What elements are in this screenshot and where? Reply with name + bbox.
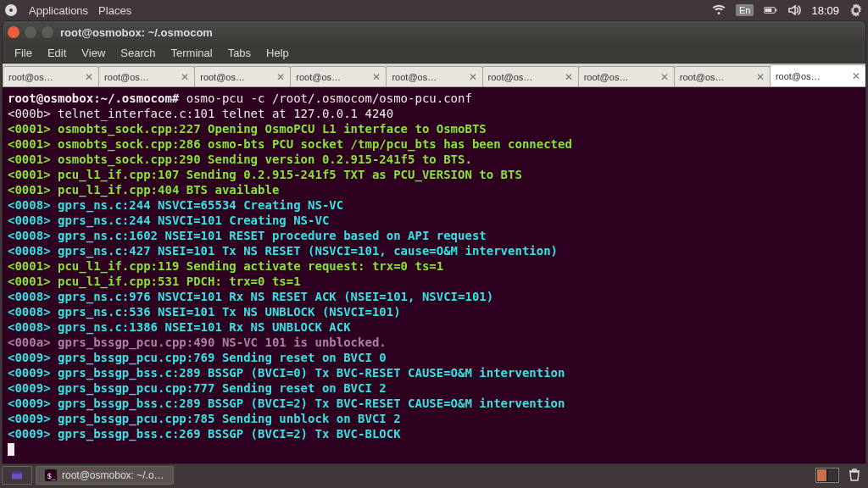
workspace-switcher[interactable] — [815, 468, 839, 483]
menu-help[interactable]: Help — [259, 45, 296, 61]
show-desktop-button[interactable] — [2, 466, 32, 485]
tab-label: root@os… — [104, 72, 149, 82]
clock[interactable]: 18:09 — [811, 4, 839, 17]
tab-label: root@os… — [8, 72, 53, 82]
tab-close-icon[interactable]: ✕ — [181, 71, 189, 83]
tab-label: root@os… — [296, 72, 341, 82]
terminal-window: root@osmobox: ~/.osmocom File Edit View … — [2, 20, 866, 464]
terminal-tab[interactable]: root@os…✕ — [98, 66, 195, 86]
settings-gear-icon[interactable] — [849, 3, 863, 17]
svg-text:$_: $_ — [47, 472, 56, 480]
volume-icon[interactable] — [787, 3, 801, 17]
svg-rect-2 — [776, 9, 776, 12]
window-maximize-button[interactable] — [42, 26, 53, 38]
tab-close-icon[interactable]: ✕ — [756, 71, 765, 83]
tab-close-icon[interactable]: ✕ — [565, 71, 573, 83]
terminal-tab[interactable]: root@os…✕ — [3, 66, 99, 86]
tab-label: root@os… — [680, 72, 725, 82]
tab-label: root@os… — [200, 72, 245, 82]
wifi-icon[interactable] — [712, 3, 726, 17]
places-menu[interactable]: Places — [95, 4, 135, 17]
tab-label: root@os… — [584, 72, 629, 82]
keyboard-layout-indicator[interactable]: En — [736, 4, 754, 16]
ubuntu-logo-icon — [5, 4, 17, 16]
svg-rect-4 — [12, 472, 22, 474]
terminal-tab[interactable]: root@os…✕ — [194, 66, 291, 86]
menu-terminal[interactable]: Terminal — [164, 45, 220, 61]
terminal-tab[interactable]: root@os…✕ — [386, 66, 482, 86]
terminal-tab[interactable]: root@os…✕ — [674, 66, 771, 86]
terminal-tab[interactable]: root@os…✕ — [770, 64, 866, 86]
svg-rect-1 — [765, 8, 772, 12]
tab-label: root@os… — [392, 72, 437, 82]
window-titlebar[interactable]: root@osmobox: ~/.osmocom — [3, 21, 865, 43]
tab-close-icon[interactable]: ✕ — [85, 71, 93, 83]
taskbar-entry-label: root@osmobox: ~/.o… — [62, 469, 164, 481]
tab-label: root@os… — [488, 72, 533, 82]
terminal-cursor — [8, 443, 14, 456]
terminal-tab[interactable]: root@os…✕ — [578, 66, 675, 86]
applications-menu[interactable]: Applications — [25, 4, 92, 17]
menu-search[interactable]: Search — [114, 45, 162, 61]
menu-edit[interactable]: Edit — [41, 45, 73, 61]
window-title: root@osmobox: ~/.osmocom — [60, 26, 213, 39]
tab-close-icon[interactable]: ✕ — [276, 71, 285, 83]
terminal-tab-bar: root@os…✕root@os…✕root@os…✕root@os…✕root… — [3, 64, 865, 87]
menu-file[interactable]: File — [8, 45, 39, 61]
window-close-button[interactable] — [8, 26, 19, 38]
tab-close-icon[interactable]: ✕ — [660, 71, 669, 83]
menu-view[interactable]: View — [75, 45, 112, 61]
terminal-tab[interactable]: root@os…✕ — [482, 66, 579, 86]
terminal-tab[interactable]: root@os…✕ — [290, 66, 387, 86]
gnome-top-panel: Applications Places En 18:09 — [0, 0, 868, 20]
taskbar-entry-terminal[interactable]: $_ root@osmobox: ~/.o… — [36, 466, 174, 485]
tab-close-icon[interactable]: ✕ — [852, 70, 860, 82]
battery-icon[interactable] — [764, 3, 777, 17]
tab-close-icon[interactable]: ✕ — [469, 71, 477, 83]
menu-tabs[interactable]: Tabs — [221, 45, 258, 61]
tab-close-icon[interactable]: ✕ — [372, 71, 381, 83]
window-minimize-button[interactable] — [25, 26, 36, 38]
trash-icon[interactable] — [848, 469, 861, 482]
tab-label: root@os… — [776, 71, 821, 81]
app-menubar: File Edit View Search Terminal Tabs Help — [3, 43, 865, 64]
terminal-viewport[interactable]: root@osmobox:~/.osmocom# osmo-pcu -c /ro… — [3, 87, 865, 463]
gnome-bottom-panel: $_ root@osmobox: ~/.o… — [0, 464, 868, 486]
